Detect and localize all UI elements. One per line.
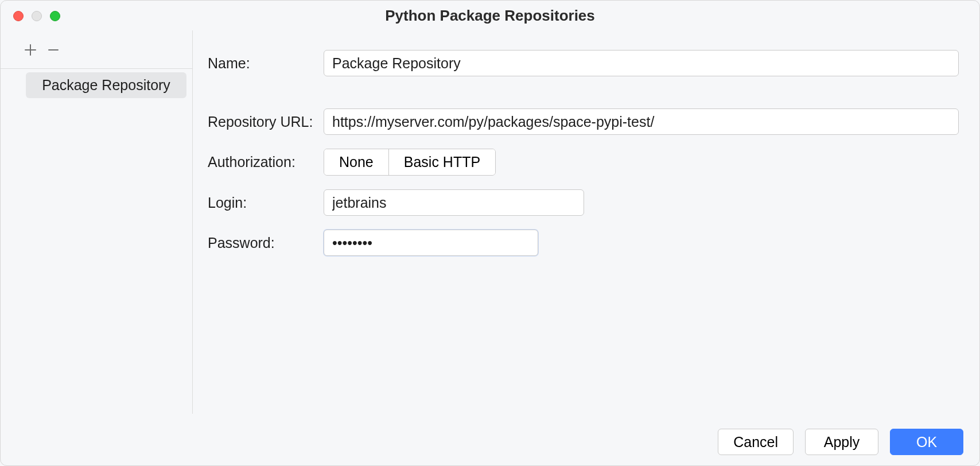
ok-button[interactable]: OK [890,429,963,455]
row-name: Name: [208,50,959,76]
password-input[interactable] [324,230,538,256]
zoom-window-icon[interactable] [50,11,60,21]
name-input[interactable] [324,50,959,76]
remove-repository-button[interactable] [43,40,64,60]
url-input[interactable] [324,108,959,135]
dialog-window: Python Package Repositories Package Repo… [0,0,980,466]
repository-form: Name: Repository URL: Authorization: Non… [193,30,979,414]
titlebar: Python Package Repositories [1,1,979,30]
row-login: Login: [208,189,959,216]
name-label: Name: [208,55,324,72]
authorization-label: Authorization: [208,154,324,170]
password-label: Password: [208,235,324,251]
cancel-button[interactable]: Cancel [718,429,794,455]
login-input[interactable] [324,189,584,216]
apply-button[interactable]: Apply [805,429,878,455]
row-password: Password: [208,230,959,256]
close-window-icon[interactable] [13,11,24,21]
add-repository-button[interactable] [20,40,41,60]
sidebar-item-package-repository[interactable]: Package Repository [26,72,186,98]
url-label: Repository URL: [208,114,324,130]
sidebar: Package Repository [1,30,193,414]
auth-option-basic-http[interactable]: Basic HTTP [388,149,495,175]
sidebar-toolbar [1,37,192,68]
minimize-window-icon [32,11,42,21]
row-authorization: Authorization: None Basic HTTP [208,149,959,176]
sidebar-divider [1,68,192,69]
dialog-title: Python Package Repositories [1,7,979,25]
minus-icon [47,44,60,56]
plus-icon [24,44,37,56]
row-url: Repository URL: [208,108,959,135]
login-label: Login: [208,195,324,211]
sidebar-item-label: Package Repository [42,77,170,93]
window-controls [13,11,60,21]
auth-option-none[interactable]: None [324,149,388,175]
authorization-toggle[interactable]: None Basic HTTP [324,149,496,176]
dialog-body: Package Repository Name: Repository URL:… [1,30,979,414]
dialog-footer: Cancel Apply OK [718,429,963,455]
